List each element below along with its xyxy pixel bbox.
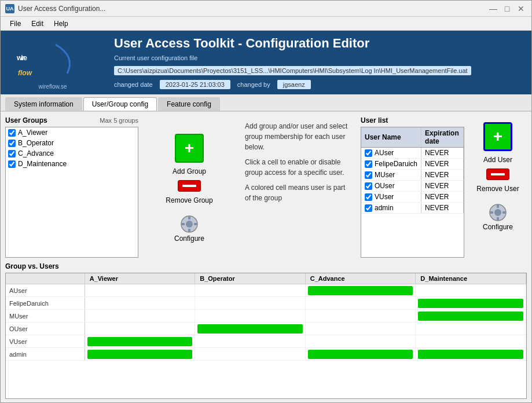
table-row[interactable]: FelipeDaruich <box>6 297 526 310</box>
matrix-cell-a_viewer[interactable] <box>85 310 195 323</box>
svg-rect-14 <box>502 211 506 214</box>
group-checkbox-b-operator[interactable] <box>8 140 16 147</box>
configure-icon <box>179 214 200 235</box>
group-label: B_Operator <box>18 139 54 147</box>
table-row[interactable]: FelipeDaruich NEVER <box>361 159 464 170</box>
matrix-cell-c_advance[interactable] <box>305 284 416 297</box>
tab-feature-config[interactable]: Feature config <box>158 97 220 111</box>
group-membership-indicator <box>418 312 523 321</box>
user-cell: MUser <box>361 170 421 181</box>
user-checkbox[interactable] <box>365 171 372 179</box>
user-name: VUser <box>375 193 394 201</box>
user-groups-listbox[interactable]: A_Viewer B_Operator C_Advance D_Maintena… <box>5 127 138 258</box>
group-label: C_Advance <box>18 149 54 157</box>
table-row[interactable]: admin <box>6 348 526 361</box>
list-item[interactable]: C_Advance <box>6 148 138 159</box>
list-item[interactable]: B_Operator <box>6 138 138 148</box>
configure-group-button[interactable]: Configure <box>174 214 204 243</box>
group-checkbox-d-maintenance[interactable] <box>8 160 16 168</box>
changed-by-value: jgsaenz <box>277 80 311 89</box>
table-row[interactable]: OUser NEVER <box>361 181 464 192</box>
group-checkbox-c-advance[interactable] <box>8 150 16 157</box>
user-checkbox[interactable] <box>365 160 372 168</box>
table-row[interactable]: MUser NEVER <box>361 170 464 181</box>
table-row[interactable]: admin NEVER <box>361 203 464 214</box>
expiration-cell: NEVER <box>421 170 464 181</box>
menu-file[interactable]: File <box>5 19 25 29</box>
configure-group-label: Configure <box>174 235 204 243</box>
titlebar-left: UA User Access Configuration... <box>5 4 105 13</box>
matrix-cell-c_advance[interactable] <box>305 335 416 348</box>
matrix-cell-a_viewer[interactable] <box>85 323 195 335</box>
table-row[interactable]: VUser <box>6 335 526 348</box>
logo-site-text: wireflow.se <box>39 83 67 90</box>
group-vs-users-matrix[interactable]: A_Viewer B_Operator C_Advance D_Maintena… <box>5 273 527 399</box>
table-row[interactable]: AUser NEVER <box>361 148 464 159</box>
remove-user-label: Remove User <box>476 185 519 193</box>
user-name: FelipeDaruich <box>375 160 417 168</box>
list-item[interactable]: A_Viewer <box>6 127 138 138</box>
tabs: System information User/Group config Fea… <box>1 94 531 112</box>
group-membership-indicator <box>87 350 193 359</box>
matrix-cell-c_advance[interactable] <box>305 297 416 310</box>
matrix-cell-d_maintenance[interactable] <box>416 335 526 348</box>
matrix-cell-b_operator[interactable] <box>195 348 306 361</box>
matrix-user-name: VUser <box>6 335 85 348</box>
user-name: admin <box>375 204 394 212</box>
col-header-c-advance: C_Advance <box>305 273 416 284</box>
table-row[interactable]: MUser <box>6 310 526 323</box>
matrix-cell-d_maintenance[interactable] <box>416 323 526 335</box>
matrix-cell-c_advance[interactable] <box>305 310 416 323</box>
user-name: OUser <box>375 182 395 190</box>
svg-rect-7 <box>181 223 185 225</box>
header-title: User Access Toolkit - Configuration Edit… <box>114 36 522 51</box>
tab-system-information[interactable]: System information <box>5 97 82 111</box>
user-checkbox[interactable] <box>365 204 372 212</box>
close-button[interactable]: ✕ <box>515 3 527 14</box>
header-content: User Access Toolkit - Configuration Edit… <box>105 31 531 94</box>
matrix-cell-c_advance[interactable] <box>305 348 416 361</box>
user-checkbox[interactable] <box>365 149 372 157</box>
top-section: User Groups Max 5 groups A_Viewer B_Oper… <box>1 112 531 262</box>
matrix-cell-d_maintenance[interactable] <box>416 348 526 361</box>
minimize-button[interactable]: — <box>487 3 499 14</box>
remove-user-button[interactable] <box>486 168 509 180</box>
add-group-button[interactable]: + <box>175 134 204 163</box>
remove-group-button[interactable] <box>178 180 201 192</box>
col-username: User Name <box>361 127 421 148</box>
matrix-cell-d_maintenance[interactable] <box>416 297 526 310</box>
matrix-cell-b_operator[interactable] <box>195 297 306 310</box>
matrix-cell-b_operator[interactable] <box>195 335 306 348</box>
add-user-button[interactable]: + <box>483 122 512 151</box>
table-row[interactable]: OUser <box>6 323 526 335</box>
table-row[interactable]: AUser <box>6 284 526 297</box>
col-expiration: Expiration date <box>421 127 464 148</box>
header: wire flow wireflow.se User Access Toolki… <box>1 31 531 94</box>
maximize-button[interactable]: □ <box>501 3 513 14</box>
matrix-cell-b_operator[interactable] <box>195 310 306 323</box>
matrix-cell-d_maintenance[interactable] <box>416 310 526 323</box>
matrix-cell-a_viewer[interactable] <box>85 335 195 348</box>
user-list-table-wrapper[interactable]: User Name Expiration date AUser <box>361 127 464 258</box>
matrix-cell-c_advance[interactable] <box>305 323 416 335</box>
table-row[interactable]: VUser NEVER <box>361 192 464 203</box>
expiration-cell: NEVER <box>421 192 464 203</box>
group-checkbox-a-viewer[interactable] <box>8 129 16 137</box>
group-membership-indicator <box>87 337 193 346</box>
menu-edit[interactable]: Edit <box>27 19 48 29</box>
user-checkbox[interactable] <box>365 182 372 190</box>
configure-user-button[interactable]: Configure <box>483 202 513 231</box>
user-name: AUser <box>375 149 394 157</box>
tab-user-group-config[interactable]: User/Group config <box>83 97 157 111</box>
matrix-cell-d_maintenance[interactable] <box>416 284 526 297</box>
matrix-cell-a_viewer[interactable] <box>85 297 195 310</box>
matrix-cell-a_viewer[interactable] <box>85 348 195 361</box>
matrix-cell-b_operator[interactable] <box>195 323 306 335</box>
matrix-cell-a_viewer[interactable] <box>85 284 195 297</box>
add-group-panel: + Add Group Remove Group Configure <box>143 116 236 258</box>
user-list-header: User list <box>361 116 464 124</box>
menu-help[interactable]: Help <box>49 19 73 29</box>
list-item[interactable]: D_Maintenance <box>6 159 138 169</box>
matrix-cell-b_operator[interactable] <box>195 284 306 297</box>
user-checkbox[interactable] <box>365 193 372 201</box>
